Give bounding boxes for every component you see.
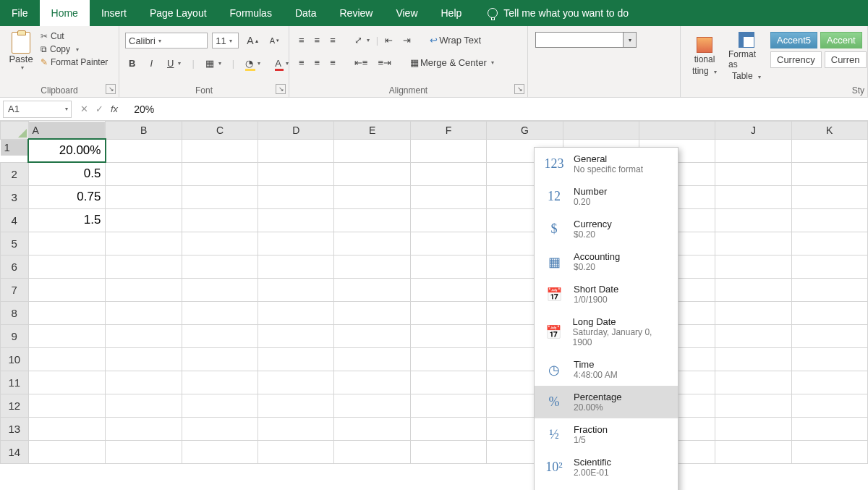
row-header[interactable]: 14 [1,440,29,463]
cell[interactable] [182,301,258,324]
cell[interactable] [334,278,410,301]
cell[interactable] [182,371,258,394]
dialog-launcher-font[interactable]: ↘ [276,84,286,94]
bold-button[interactable]: B [125,55,139,72]
tab-insert[interactable]: Insert [90,0,138,26]
borders-button[interactable]: ▦▾ [202,55,225,72]
number-format-option-fraction[interactable]: ½Fraction1/5 [535,418,678,451]
underline-button[interactable]: U▾ [163,55,184,72]
indent-right-button[interactable]: ≡⇥ [374,54,395,71]
col-header-f[interactable]: F [410,122,486,140]
cell[interactable] [258,324,334,347]
select-all-corner[interactable] [1,122,29,140]
cell[interactable] [410,440,486,463]
cell[interactable] [791,162,867,185]
cell[interactable] [106,324,182,347]
tab-formulas[interactable]: Formulas [218,0,284,26]
conditional-formatting-button[interactable]: tional tting ▾ [686,30,723,83]
number-format-option-general[interactable]: 123GeneralNo specific format [535,148,678,180]
cell[interactable] [28,278,106,301]
cell[interactable] [106,278,182,301]
cell[interactable] [791,185,867,208]
cell[interactable] [106,255,182,278]
cell[interactable] [258,232,334,255]
cell[interactable] [28,301,106,324]
cell[interactable] [715,301,791,324]
cell-style-accent5[interactable]: Accent5 [770,32,817,48]
number-format-option-accounting[interactable]: ▦Accounting$0.20 [535,245,678,278]
cell[interactable] [182,255,258,278]
cell[interactable] [410,301,486,324]
dialog-launcher-clipboard[interactable]: ↘ [106,84,116,94]
cell[interactable] [334,301,410,324]
cell[interactable] [410,162,486,185]
cancel-formula-button[interactable]: ✕ [80,104,88,114]
cell[interactable] [791,417,867,440]
col-header-k[interactable]: K [791,122,867,140]
tab-help[interactable]: Help [430,0,474,26]
cell[interactable] [791,371,867,394]
decrease-indent-button[interactable]: ⇤ [381,32,396,48]
cell[interactable] [334,324,410,347]
cell[interactable]: 0.5 [28,162,106,185]
col-header-g[interactable]: G [487,122,563,140]
tab-view[interactable]: View [384,0,429,26]
chevron-down-icon[interactable]: ▾ [623,33,636,47]
cell[interactable] [791,278,867,301]
cell[interactable] [182,162,258,185]
cell[interactable] [106,162,182,185]
cell[interactable] [334,208,410,232]
name-box[interactable]: A1▾ [3,101,72,118]
cell[interactable] [182,185,258,208]
align-middle-button[interactable]: ≡ [311,32,324,48]
row-header[interactable]: 9 [1,324,29,347]
cell[interactable] [258,255,334,278]
cell[interactable] [334,440,410,463]
cell[interactable] [791,324,867,347]
cell[interactable] [791,255,867,278]
indent-left-button[interactable]: ⇤≡ [351,54,372,71]
col-header-hidden[interactable] [563,122,639,140]
cell[interactable] [106,301,182,324]
cell[interactable] [410,324,486,347]
cell[interactable] [106,371,182,394]
col-header-j[interactable]: J [715,122,791,140]
align-left-button[interactable]: ≡ [295,54,308,71]
cell[interactable] [715,185,791,208]
cell[interactable] [715,255,791,278]
col-header-a[interactable]: A [29,122,106,139]
cell[interactable] [334,232,410,255]
number-format-option-number[interactable]: 12Number0.20 [535,180,678,213]
increase-indent-button[interactable]: ⇥ [399,32,414,48]
col-header-hidden2[interactable] [639,122,715,140]
cell[interactable] [106,139,182,162]
number-format-option-scientific[interactable]: 10²Scientific2.00E-01 [535,451,678,483]
col-header-d[interactable]: D [258,122,334,140]
cell[interactable] [258,347,334,371]
cell[interactable] [258,371,334,394]
cell[interactable] [715,162,791,185]
cell[interactable] [410,139,486,162]
cell[interactable] [715,371,791,394]
align-right-button[interactable]: ≡ [326,54,339,71]
cell[interactable] [791,232,867,255]
wrap-text-button[interactable]: ↩ Wrap Text [426,32,485,48]
cell[interactable] [334,139,410,162]
cell[interactable] [258,139,334,162]
cell[interactable] [791,208,867,232]
cell[interactable] [715,324,791,347]
cell[interactable] [715,208,791,232]
cell[interactable] [715,440,791,463]
number-format-option-short-date[interactable]: 📅Short Date1/0/1900 [535,278,678,311]
cell[interactable]: 0.75 [28,185,106,208]
number-format-option-long-date[interactable]: 📅Long DateSaturday, January 0, 1900 [535,311,678,353]
cell[interactable] [410,278,486,301]
cell[interactable] [410,417,486,440]
cell[interactable] [182,324,258,347]
cell[interactable] [791,440,867,463]
cell[interactable] [410,185,486,208]
row-header[interactable]: 2 [1,162,29,185]
cell[interactable] [715,417,791,440]
cell[interactable] [28,394,106,417]
cell[interactable] [715,278,791,301]
